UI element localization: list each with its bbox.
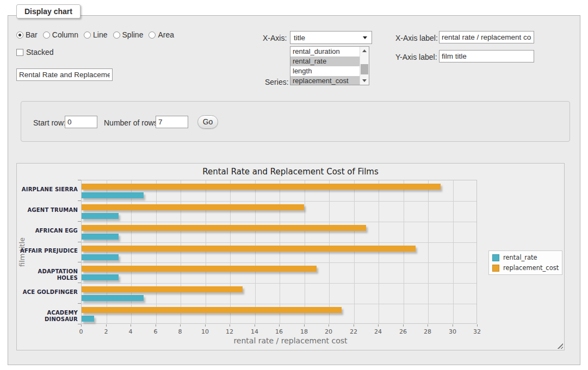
rows-panel: Start row: Number of rows: Go bbox=[21, 101, 570, 142]
x-tick-label: 28 bbox=[419, 328, 436, 335]
x-tick-mark bbox=[180, 324, 181, 327]
radio-area-control[interactable] bbox=[148, 32, 156, 39]
y-axis-label-input[interactable] bbox=[439, 50, 534, 62]
radio-column[interactable]: Column bbox=[43, 30, 78, 39]
x-tick-label: 16 bbox=[271, 328, 287, 335]
gridline-vertical bbox=[107, 180, 107, 323]
bar-rental_rate bbox=[82, 254, 119, 260]
radio-line-label: Line bbox=[93, 30, 107, 39]
radio-bar-control[interactable] bbox=[16, 32, 23, 39]
series-option[interactable]: rental_duration bbox=[290, 47, 360, 57]
radio-line[interactable]: Line bbox=[84, 30, 107, 39]
category-label: ACE GOLDFINGER bbox=[17, 289, 78, 296]
y-tick-mark bbox=[78, 221, 81, 222]
radio-spline-control[interactable] bbox=[113, 32, 120, 39]
category-label: AIRPLANE SIERRA bbox=[17, 186, 78, 193]
x-tick-label: 4 bbox=[122, 328, 139, 335]
x-axis-select-label: X-Axis: bbox=[263, 34, 287, 42]
category-label: AGENT TRUMAN bbox=[17, 207, 78, 214]
stacked-label: Stacked bbox=[26, 48, 54, 57]
radio-line-control[interactable] bbox=[84, 32, 91, 39]
chart-legend: rental_ratereplacement_cost bbox=[488, 250, 562, 275]
series-listbox[interactable]: rental_durationrental_ratelengthreplacem… bbox=[290, 46, 369, 85]
gridline-vertical bbox=[131, 180, 132, 323]
bar-rental_rate bbox=[82, 316, 94, 322]
x-tick-label: 14 bbox=[246, 328, 263, 335]
scrollbar-thumb[interactable] bbox=[361, 64, 368, 74]
gridline-vertical bbox=[206, 180, 206, 323]
start-row-label: Start row: bbox=[33, 118, 66, 127]
x-tick-label: 8 bbox=[172, 328, 188, 335]
x-tick-label: 32 bbox=[469, 328, 485, 335]
scrollbar-down-arrow-icon[interactable] bbox=[362, 79, 367, 82]
num-rows-input[interactable] bbox=[156, 116, 188, 128]
radio-area[interactable]: Area bbox=[148, 30, 174, 39]
legend-label: replacement_cost bbox=[503, 264, 559, 272]
x-tick-mark bbox=[106, 324, 107, 327]
y-tick-mark bbox=[78, 283, 81, 283]
chart-x-axis-label: rental rate / replacement cost bbox=[17, 336, 564, 345]
series-listbox-label: Series: bbox=[265, 78, 289, 86]
stacked-checkbox[interactable] bbox=[16, 49, 23, 56]
radio-spline-label: Spline bbox=[122, 30, 144, 39]
radio-bar[interactable]: Bar bbox=[16, 30, 38, 39]
series-option[interactable]: rental_rate bbox=[290, 57, 360, 66]
chart-title: Rental Rate and Replacement Cost of Film… bbox=[17, 167, 564, 177]
legend-entry: replacement_cost bbox=[492, 264, 559, 272]
y-tick-mark bbox=[78, 200, 81, 201]
radio-area-label: Area bbox=[158, 30, 174, 39]
gridline-vertical bbox=[156, 180, 157, 323]
bar-rental_rate bbox=[82, 192, 144, 198]
y-axis-label-field-label: Y-Axis label: bbox=[395, 53, 437, 61]
x-tick-label: 20 bbox=[320, 328, 337, 335]
x-tick-mark bbox=[354, 324, 354, 327]
stacked-checkbox-row[interactable]: Stacked bbox=[16, 48, 54, 57]
y-tick-mark bbox=[78, 180, 81, 180]
page: Display chart Bar Column Line Spline Are… bbox=[0, 0, 588, 370]
listbox-scrollbar[interactable] bbox=[360, 47, 369, 85]
radio-bar-label: Bar bbox=[26, 30, 38, 39]
x-axis-label-input[interactable] bbox=[439, 31, 534, 43]
category-label: AFRICAN EGG bbox=[17, 228, 78, 234]
chart-panel: Rental Rate and Replacement Cost of Film… bbox=[16, 163, 565, 350]
radio-spline[interactable]: Spline bbox=[113, 30, 144, 39]
x-tick-label: 30 bbox=[444, 328, 461, 335]
go-button[interactable]: Go bbox=[197, 115, 218, 129]
gridline-vertical bbox=[354, 180, 355, 323]
x-tick-mark bbox=[477, 324, 478, 327]
x-axis-label-field-label: X-Axis label: bbox=[395, 34, 438, 42]
bar-replacement_cost bbox=[82, 286, 243, 292]
chart-grid bbox=[81, 180, 477, 324]
scrollbar-up-arrow-icon[interactable] bbox=[362, 49, 367, 52]
series-option[interactable]: length bbox=[290, 66, 360, 76]
bar-replacement_cost bbox=[82, 184, 441, 190]
gridline-horizontal bbox=[82, 222, 476, 222]
start-row-input[interactable] bbox=[65, 116, 97, 128]
gridline-horizontal bbox=[82, 262, 476, 263]
series-options[interactable]: rental_durationrental_ratelengthreplacem… bbox=[290, 47, 360, 85]
chart-title-input[interactable] bbox=[16, 68, 113, 81]
chart-type-radio-group: Bar Column Line Spline Area bbox=[16, 30, 174, 39]
x-axis-select[interactable]: title bbox=[290, 31, 372, 44]
x-tick-label: 0 bbox=[73, 328, 89, 335]
gridline-vertical bbox=[404, 180, 404, 323]
x-tick-mark bbox=[131, 324, 131, 327]
gridline-vertical bbox=[305, 180, 305, 323]
series-option[interactable]: replacement_cost bbox=[290, 76, 360, 85]
radio-column-control[interactable] bbox=[43, 32, 50, 39]
x-tick-mark bbox=[255, 324, 255, 327]
x-tick-mark bbox=[156, 324, 156, 327]
x-tick-label: 22 bbox=[345, 328, 362, 335]
x-tick-label: 2 bbox=[98, 328, 114, 335]
num-rows-label: Number of rows: bbox=[104, 118, 160, 127]
x-tick-label: 18 bbox=[296, 328, 312, 335]
x-tick-mark bbox=[453, 324, 453, 327]
x-tick-mark bbox=[205, 324, 206, 327]
select-dropdown-arrow-icon bbox=[363, 36, 367, 39]
bar-rental_rate bbox=[82, 295, 144, 301]
x-tick-label: 26 bbox=[395, 328, 411, 335]
bar-rental_rate bbox=[82, 213, 119, 219]
gridline-horizontal bbox=[82, 304, 476, 304]
x-tick-mark bbox=[403, 324, 404, 327]
x-tick-mark bbox=[279, 324, 280, 327]
